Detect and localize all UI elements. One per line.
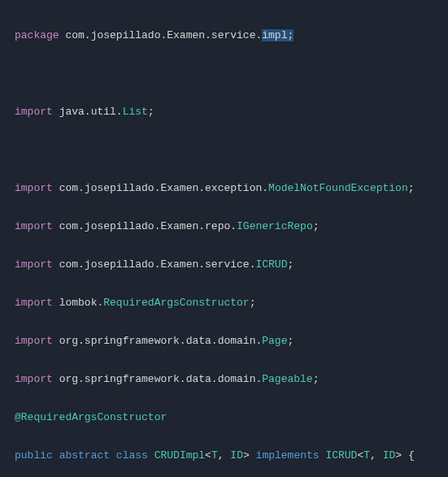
code-line: import lombok.RequiredArgsConstructor; bbox=[15, 293, 448, 313]
code-line: import com.josepillado.Examen.exception.… bbox=[15, 179, 448, 198]
blank-line bbox=[15, 141, 448, 160]
punct: ; bbox=[313, 373, 320, 385]
type-name: IGenericRepo bbox=[237, 220, 313, 232]
import-path: com.josepillado.Examen.service. bbox=[59, 258, 256, 271]
code-line: @RequiredArgsConstructor bbox=[15, 408, 448, 427]
import-path: com.josepillado.Examen.repo. bbox=[59, 220, 237, 232]
punct: < bbox=[205, 449, 211, 462]
brace-open: { bbox=[402, 449, 415, 462]
type-name: List bbox=[123, 106, 148, 118]
keyword-import: import bbox=[15, 335, 53, 347]
code-editor[interactable]: package com.josepillado.Examen.service.i… bbox=[0, 0, 448, 477]
code-line: package com.josepillado.Examen.service.i… bbox=[15, 26, 448, 46]
keyword-implements: implements bbox=[256, 449, 320, 462]
punct: ; bbox=[250, 297, 256, 309]
class-name: CRUDImpl bbox=[154, 449, 205, 462]
code-line: public abstract class CRUDImpl<T, ID> im… bbox=[15, 446, 448, 466]
code-line: import com.josepillado.Examen.service.IC… bbox=[15, 255, 448, 275]
code-line: import org.springframework.data.domain.P… bbox=[15, 370, 448, 389]
punct: ; bbox=[287, 335, 294, 347]
package-path: com.josepillado.Examen.service. bbox=[65, 29, 262, 41]
import-path: lombok. bbox=[59, 297, 104, 309]
keyword-package: package bbox=[15, 29, 59, 41]
punct: , bbox=[218, 449, 231, 462]
keyword-import: import bbox=[15, 258, 53, 271]
type-var: ID bbox=[230, 449, 243, 462]
keyword-class: class bbox=[116, 449, 148, 462]
type-name: ICRUD bbox=[255, 258, 287, 271]
interface-name: ICRUD bbox=[325, 449, 357, 462]
punct: > bbox=[243, 449, 250, 462]
type-name: ModelNotFoundException bbox=[268, 182, 408, 194]
blank-line bbox=[15, 64, 448, 84]
punct: ; bbox=[313, 220, 320, 232]
keyword-abstract: abstract bbox=[59, 449, 110, 462]
punct: ; bbox=[408, 182, 415, 194]
type-var: T bbox=[211, 449, 218, 462]
keyword-import: import bbox=[15, 297, 53, 309]
selected-text: impl; bbox=[262, 29, 294, 41]
punct: ; bbox=[148, 106, 154, 118]
code-line: import org.springframework.data.domain.P… bbox=[15, 332, 448, 351]
keyword-import: import bbox=[15, 106, 53, 118]
import-path: org.springframework.data.domain. bbox=[59, 373, 263, 385]
type-var: ID bbox=[383, 449, 396, 462]
type-var: T bbox=[363, 449, 370, 462]
keyword-import: import bbox=[15, 220, 53, 232]
annotation: @RequiredArgsConstructor bbox=[15, 411, 167, 423]
keyword-import: import bbox=[15, 182, 53, 194]
code-line: import com.josepillado.Examen.repo.IGene… bbox=[15, 217, 448, 236]
type-name: Page bbox=[262, 335, 287, 347]
code-line: import java.util.List; bbox=[15, 102, 448, 122]
import-path: com.josepillado.Examen.exception. bbox=[59, 182, 268, 194]
import-path: java.util. bbox=[59, 106, 123, 118]
type-name: RequiredArgsConstructor bbox=[103, 297, 249, 309]
keyword-public: public bbox=[15, 449, 53, 462]
type-name: Pageable bbox=[262, 373, 312, 385]
import-path: org.springframework.data.domain. bbox=[59, 335, 263, 347]
keyword-import: import bbox=[15, 373, 53, 385]
punct: ; bbox=[287, 258, 294, 271]
punct: , bbox=[370, 449, 383, 462]
punct: > bbox=[395, 449, 402, 462]
